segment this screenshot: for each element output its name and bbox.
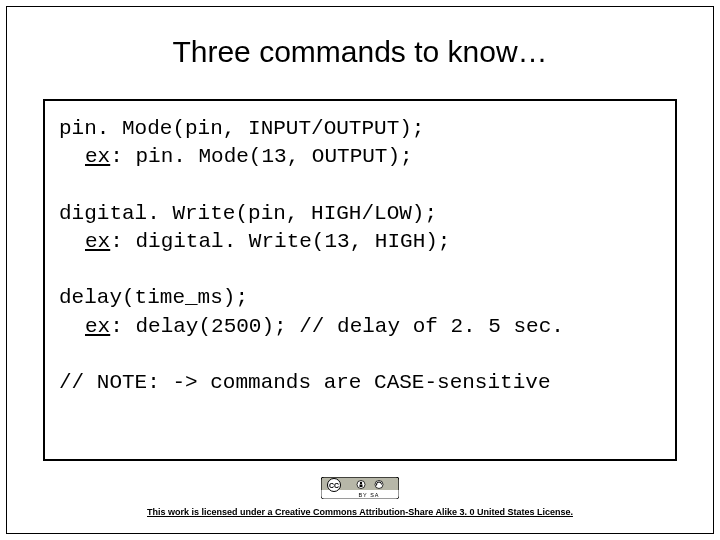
cc-license-badge-icon: CC BY SA xyxy=(321,477,399,499)
ex-rest: : pin. Mode(13, OUTPUT); xyxy=(110,145,412,168)
command-block: delay(time_ms); ex: delay(2500); // dela… xyxy=(59,284,657,341)
note-line: // NOTE: -> commands are CASE-sensitive xyxy=(59,369,657,397)
ex-rest: : digital. Write(13, HIGH); xyxy=(110,230,450,253)
ex-label: ex xyxy=(85,145,110,168)
svg-text:CC: CC xyxy=(329,482,339,489)
license-text: This work is licensed under a Creative C… xyxy=(7,507,713,517)
svg-text:BY    SA: BY SA xyxy=(358,492,379,498)
content-box: pin. Mode(pin, INPUT/OUTPUT); ex: pin. M… xyxy=(43,99,677,461)
command-signature: delay(time_ms); xyxy=(59,284,657,312)
command-example: ex: pin. Mode(13, OUTPUT); xyxy=(59,143,657,171)
command-signature: digital. Write(pin, HIGH/LOW); xyxy=(59,200,657,228)
ex-label: ex xyxy=(85,230,110,253)
ex-label: ex xyxy=(85,315,110,338)
slide-title: Three commands to know… xyxy=(7,35,713,69)
ex-rest: : delay(2500); // delay of 2. 5 sec. xyxy=(110,315,564,338)
slide-frame: Three commands to know… pin. Mode(pin, I… xyxy=(6,6,714,534)
svg-point-6 xyxy=(360,482,362,484)
command-signature: pin. Mode(pin, INPUT/OUTPUT); xyxy=(59,115,657,143)
command-block: pin. Mode(pin, INPUT/OUTPUT); ex: pin. M… xyxy=(59,115,657,172)
command-example: ex: digital. Write(13, HIGH); xyxy=(59,228,657,256)
command-block: digital. Write(pin, HIGH/LOW); ex: digit… xyxy=(59,200,657,257)
command-example: ex: delay(2500); // delay of 2. 5 sec. xyxy=(59,313,657,341)
